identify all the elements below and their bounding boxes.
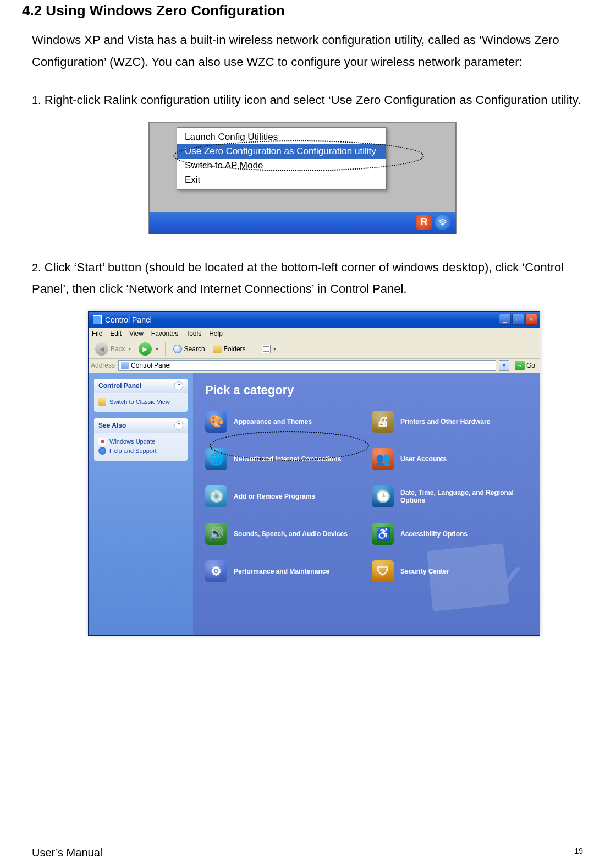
- window-title: Control Panel: [105, 315, 152, 324]
- toolbar: ◄ Back ▼ ► ▼ Search Folders ▼: [89, 340, 540, 359]
- control-panel-window: Control Panel _ □ × File Edit View Favor…: [88, 311, 540, 636]
- system-tray: R: [416, 215, 450, 230]
- tray-context-menu-screenshot: Launch Config Utilities Use Zero Configu…: [148, 122, 457, 234]
- category-label: Security Center: [400, 567, 449, 575]
- network-icon: 🌐: [205, 448, 227, 470]
- ralink-tray-icon[interactable]: R: [416, 215, 432, 230]
- category-appearance[interactable]: 🎨 Appearance and Themes: [205, 411, 361, 433]
- section-heading: 4.2 Using Windows Zero Configuration: [22, 2, 583, 19]
- performance-icon: ⚙: [205, 560, 227, 582]
- forward-button[interactable]: ►: [139, 342, 152, 356]
- windows-update-icon: [98, 438, 106, 445]
- side-panel-title-2: See Also: [98, 422, 126, 429]
- side-pane: Control Panel ⌃ Switch to Classic View S…: [89, 373, 193, 635]
- folders-label: Folders: [224, 345, 246, 353]
- menu-item-launch-config[interactable]: Launch Config Utilities: [177, 130, 386, 144]
- minimize-button[interactable]: _: [499, 314, 511, 325]
- folder-icon: [213, 345, 222, 353]
- window-titlebar: Control Panel _ □ ×: [89, 312, 540, 328]
- go-icon: →: [515, 361, 525, 370]
- category-label: Add or Remove Programs: [234, 493, 315, 500]
- menu-edit[interactable]: Edit: [110, 330, 122, 337]
- category-sounds[interactable]: 🔊 Sounds, Speech, and Audio Devices: [205, 523, 361, 545]
- side-panel-title-1: Control Panel: [98, 382, 141, 390]
- category-performance[interactable]: ⚙ Performance and Maintenance: [205, 560, 361, 582]
- menu-bar: File Edit View Favorites Tools Help: [89, 328, 540, 340]
- add-remove-icon: 💿: [205, 485, 227, 507]
- category-label: Sounds, Speech, and Audio Devices: [234, 530, 348, 538]
- menu-item-exit[interactable]: Exit: [177, 173, 386, 187]
- window-icon: [93, 315, 102, 324]
- category-user-accounts[interactable]: 👥 User Accounts: [372, 448, 527, 470]
- main-pane: Pick a category 🎨 Appearance and Themes …: [193, 373, 540, 635]
- search-button[interactable]: Search: [171, 343, 207, 354]
- search-label: Search: [184, 345, 205, 353]
- close-button[interactable]: ×: [525, 314, 537, 325]
- context-menu: Launch Config Utilities Use Zero Configu…: [177, 127, 387, 190]
- address-field[interactable]: Control Panel: [118, 360, 496, 371]
- address-label: Address: [91, 362, 115, 369]
- wifi-icon: [438, 217, 448, 227]
- step-2: 2. Click ‘Start’ button (should be locat…: [32, 256, 583, 300]
- category-date-time[interactable]: 🕒 Date, Time, Language, and Regional Opt…: [372, 485, 527, 507]
- menu-file[interactable]: File: [92, 330, 102, 337]
- address-bar: Address Control Panel ▼ → Go: [89, 359, 540, 373]
- step-1: 1. Right-click Ralink configuration util…: [32, 89, 583, 111]
- menu-tools[interactable]: Tools: [186, 330, 201, 337]
- step-2-number: 2.: [32, 261, 41, 274]
- accessibility-icon: ♿: [372, 523, 394, 545]
- intro-paragraph: Windows XP and Vista has a built-in wire…: [32, 29, 583, 73]
- step-1-number: 1.: [32, 94, 41, 106]
- wireless-tray-icon[interactable]: [435, 215, 450, 230]
- category-printers[interactable]: 🖨 Printers and Other Hardware: [372, 411, 527, 433]
- go-button[interactable]: → Go: [513, 361, 537, 370]
- menu-view[interactable]: View: [129, 330, 144, 337]
- menu-item-switch-ap-mode[interactable]: Switch to AP Mode: [177, 159, 386, 173]
- windows-update-link[interactable]: Windows Update: [109, 438, 155, 445]
- footer-divider: [22, 840, 583, 840]
- help-support-link[interactable]: Help and Support: [109, 447, 157, 454]
- back-button[interactable]: ◄ Back ▼: [92, 341, 135, 357]
- page-number: 19: [574, 847, 583, 859]
- help-support-icon: [98, 447, 106, 455]
- category-label: Accessibility Options: [400, 530, 468, 538]
- back-label: Back: [111, 345, 125, 353]
- collapse-icon[interactable]: ⌃: [174, 381, 183, 390]
- step-1-text: Right-click Ralink configuration utility…: [45, 93, 581, 107]
- views-icon: [262, 345, 271, 353]
- category-security[interactable]: 🛡 Security Center: [372, 560, 527, 582]
- date-time-icon: 🕒: [372, 485, 394, 507]
- security-icon: 🛡: [372, 560, 394, 582]
- back-icon: ◄: [95, 342, 108, 356]
- menu-help[interactable]: Help: [209, 330, 223, 337]
- step-2-text: Click ‘Start’ button (should be located …: [32, 260, 564, 296]
- address-icon: [121, 362, 129, 369]
- switch-classic-view-link[interactable]: Switch to Classic View: [109, 398, 170, 405]
- category-label: Date, Time, Language, and Regional Optio…: [400, 489, 527, 504]
- side-panel-see-also: See Also ⌃ Windows Update Help and Suppo…: [94, 418, 188, 461]
- menu-item-use-zero-config[interactable]: Use Zero Configuration as Configuration …: [177, 144, 386, 159]
- views-button[interactable]: ▼: [260, 343, 279, 354]
- category-add-remove[interactable]: 💿 Add or Remove Programs: [205, 485, 361, 507]
- maximize-button[interactable]: □: [512, 314, 524, 325]
- user-accounts-icon: 👥: [372, 448, 394, 470]
- menu-favorites[interactable]: Favorites: [151, 330, 178, 337]
- folders-button[interactable]: Folders: [211, 343, 248, 354]
- category-label: Performance and Maintenance: [234, 567, 329, 575]
- sounds-icon: 🔊: [205, 523, 227, 545]
- taskbar: R: [149, 212, 456, 234]
- category-network[interactable]: 🌐 Network and Internet Connections: [205, 448, 361, 470]
- search-icon: [173, 345, 182, 353]
- address-dropdown[interactable]: ▼: [499, 360, 509, 371]
- category-accessibility[interactable]: ♿ Accessibility Options: [372, 523, 527, 545]
- collapse-icon[interactable]: ⌃: [174, 421, 183, 430]
- footer-title: User’s Manual: [32, 847, 102, 859]
- printers-icon: 🖨: [372, 411, 394, 433]
- pick-category-heading: Pick a category: [205, 383, 527, 397]
- side-panel-control-panel: Control Panel ⌃ Switch to Classic View: [94, 379, 188, 412]
- appearance-icon: 🎨: [205, 411, 227, 433]
- go-label: Go: [526, 362, 535, 369]
- category-label: User Accounts: [400, 455, 447, 463]
- classic-view-icon: [98, 398, 106, 406]
- category-label: Appearance and Themes: [234, 418, 312, 425]
